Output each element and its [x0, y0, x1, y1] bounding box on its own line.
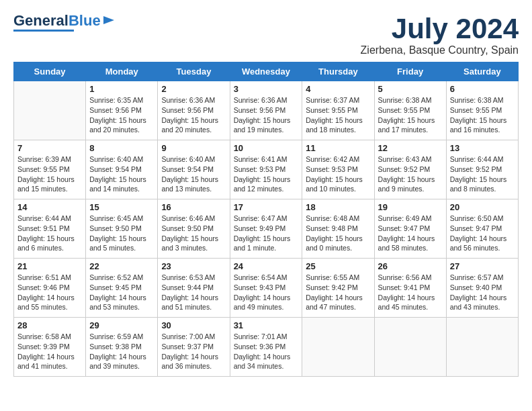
- calendar-cell: 29Sunrise: 6:59 AMSunset: 9:38 PMDayligh…: [86, 318, 158, 377]
- day-info: Sunrise: 6:40 AMSunset: 9:54 PMDaylight:…: [89, 154, 154, 194]
- calendar-cell: 30Sunrise: 7:00 AMSunset: 9:37 PMDayligh…: [158, 318, 230, 377]
- day-info: Sunrise: 6:44 AMSunset: 9:52 PMDaylight:…: [450, 154, 515, 194]
- day-number: 12: [378, 143, 443, 153]
- weekday-wednesday: Wednesday: [230, 62, 302, 81]
- calendar-cell: [14, 81, 86, 140]
- calendar-cell: 25Sunrise: 6:55 AMSunset: 9:42 PMDayligh…: [302, 259, 374, 318]
- calendar-table: SundayMondayTuesdayWednesdayThursdayFrid…: [13, 62, 519, 377]
- day-info: Sunrise: 6:56 AMSunset: 9:41 PMDaylight:…: [378, 273, 443, 312]
- day-info: Sunrise: 6:36 AMSunset: 9:56 PMDaylight:…: [234, 95, 299, 135]
- day-info: Sunrise: 6:38 AMSunset: 9:55 PMDaylight:…: [450, 95, 515, 135]
- calendar-cell: 28Sunrise: 6:58 AMSunset: 9:39 PMDayligh…: [14, 318, 86, 377]
- day-number: 20: [450, 202, 515, 212]
- day-number: 6: [450, 84, 515, 94]
- day-info: Sunrise: 6:47 AMSunset: 9:49 PMDaylight:…: [234, 214, 299, 253]
- calendar-cell: 17Sunrise: 6:47 AMSunset: 9:49 PMDayligh…: [230, 199, 302, 259]
- day-info: Sunrise: 6:38 AMSunset: 9:55 PMDaylight:…: [378, 95, 443, 135]
- day-number: 14: [17, 202, 82, 212]
- day-number: 10: [234, 143, 299, 153]
- day-number: 21: [17, 261, 82, 271]
- day-info: Sunrise: 6:55 AMSunset: 9:42 PMDaylight:…: [306, 273, 370, 312]
- location-subtitle: Zierbena, Basque Country, Spain: [361, 44, 519, 56]
- day-info: Sunrise: 6:36 AMSunset: 9:56 PMDaylight:…: [161, 95, 226, 135]
- calendar-cell: [374, 318, 446, 377]
- calendar-cell: 16Sunrise: 6:46 AMSunset: 9:50 PMDayligh…: [158, 199, 230, 259]
- day-info: Sunrise: 7:01 AMSunset: 9:36 PMDaylight:…: [234, 332, 299, 371]
- day-info: Sunrise: 6:57 AMSunset: 9:40 PMDaylight:…: [450, 273, 515, 312]
- day-info: Sunrise: 6:59 AMSunset: 9:38 PMDaylight:…: [89, 332, 154, 371]
- calendar-cell: 13Sunrise: 6:44 AMSunset: 9:52 PMDayligh…: [446, 140, 518, 199]
- day-number: 19: [378, 202, 443, 212]
- weekday-tuesday: Tuesday: [158, 62, 230, 81]
- day-info: Sunrise: 6:41 AMSunset: 9:53 PMDaylight:…: [234, 154, 299, 194]
- day-number: 1: [89, 84, 154, 94]
- calendar-cell: 27Sunrise: 6:57 AMSunset: 9:40 PMDayligh…: [446, 259, 518, 318]
- logo-underline: [13, 30, 74, 32]
- day-number: 5: [378, 84, 443, 94]
- day-number: 23: [161, 261, 226, 271]
- day-number: 31: [234, 320, 299, 330]
- day-number: 29: [89, 320, 154, 330]
- calendar-cell: 14Sunrise: 6:44 AMSunset: 9:51 PMDayligh…: [14, 199, 86, 259]
- day-number: 25: [306, 261, 370, 271]
- calendar-cell: 11Sunrise: 6:42 AMSunset: 9:53 PMDayligh…: [302, 140, 374, 199]
- day-number: 3: [234, 84, 299, 94]
- month-year-title: July 2024: [361, 13, 519, 44]
- day-info: Sunrise: 6:42 AMSunset: 9:53 PMDaylight:…: [306, 154, 370, 194]
- week-row-3: 14Sunrise: 6:44 AMSunset: 9:51 PMDayligh…: [14, 199, 519, 259]
- day-info: Sunrise: 6:35 AMSunset: 9:56 PMDaylight:…: [89, 95, 154, 135]
- day-number: 8: [89, 143, 154, 153]
- calendar-cell: 1Sunrise: 6:35 AMSunset: 9:56 PMDaylight…: [86, 81, 158, 140]
- day-number: 26: [378, 261, 443, 271]
- weekday-saturday: Saturday: [446, 62, 518, 81]
- weekday-friday: Friday: [374, 62, 446, 81]
- day-number: 18: [306, 202, 370, 212]
- day-info: Sunrise: 6:43 AMSunset: 9:52 PMDaylight:…: [378, 154, 443, 194]
- day-info: Sunrise: 6:44 AMSunset: 9:51 PMDaylight:…: [17, 214, 82, 253]
- calendar-cell: [302, 318, 374, 377]
- calendar-cell: 21Sunrise: 6:51 AMSunset: 9:46 PMDayligh…: [14, 259, 86, 318]
- day-number: 7: [17, 143, 82, 153]
- calendar-cell: 24Sunrise: 6:54 AMSunset: 9:43 PMDayligh…: [230, 259, 302, 318]
- day-number: 27: [450, 261, 515, 271]
- calendar-cell: 18Sunrise: 6:48 AMSunset: 9:48 PMDayligh…: [302, 199, 374, 259]
- svg-marker-0: [103, 16, 114, 24]
- calendar-cell: 4Sunrise: 6:37 AMSunset: 9:55 PMDaylight…: [302, 81, 374, 140]
- week-row-4: 21Sunrise: 6:51 AMSunset: 9:46 PMDayligh…: [14, 259, 519, 318]
- weekday-monday: Monday: [86, 62, 158, 81]
- day-number: 17: [234, 202, 299, 212]
- calendar-cell: 22Sunrise: 6:52 AMSunset: 9:45 PMDayligh…: [86, 259, 158, 318]
- day-info: Sunrise: 6:48 AMSunset: 9:48 PMDaylight:…: [306, 214, 370, 253]
- weekday-header-row: SundayMondayTuesdayWednesdayThursdayFrid…: [14, 62, 519, 81]
- day-number: 16: [161, 202, 226, 212]
- day-info: Sunrise: 6:51 AMSunset: 9:46 PMDaylight:…: [17, 273, 82, 312]
- day-info: Sunrise: 6:58 AMSunset: 9:39 PMDaylight:…: [17, 332, 82, 371]
- calendar-cell: 5Sunrise: 6:38 AMSunset: 9:55 PMDaylight…: [374, 81, 446, 140]
- day-info: Sunrise: 7:00 AMSunset: 9:37 PMDaylight:…: [161, 332, 226, 371]
- day-number: 30: [161, 320, 226, 330]
- day-info: Sunrise: 6:49 AMSunset: 9:47 PMDaylight:…: [378, 214, 443, 253]
- week-row-2: 7Sunrise: 6:39 AMSunset: 9:55 PMDaylight…: [14, 140, 519, 199]
- day-number: 9: [161, 143, 226, 153]
- logo-text: GeneralBlue: [13, 13, 101, 28]
- calendar-cell: 3Sunrise: 6:36 AMSunset: 9:56 PMDaylight…: [230, 81, 302, 140]
- calendar-cell: 9Sunrise: 6:40 AMSunset: 9:54 PMDaylight…: [158, 140, 230, 199]
- day-info: Sunrise: 6:52 AMSunset: 9:45 PMDaylight:…: [89, 273, 154, 312]
- calendar-cell: 23Sunrise: 6:53 AMSunset: 9:44 PMDayligh…: [158, 259, 230, 318]
- weekday-thursday: Thursday: [302, 62, 374, 81]
- day-number: 4: [306, 84, 370, 94]
- week-row-5: 28Sunrise: 6:58 AMSunset: 9:39 PMDayligh…: [14, 318, 519, 377]
- week-row-1: 1Sunrise: 6:35 AMSunset: 9:56 PMDaylight…: [14, 81, 519, 140]
- day-info: Sunrise: 6:53 AMSunset: 9:44 PMDaylight:…: [161, 273, 226, 312]
- calendar-cell: 2Sunrise: 6:36 AMSunset: 9:56 PMDaylight…: [158, 81, 230, 140]
- calendar-cell: 20Sunrise: 6:50 AMSunset: 9:47 PMDayligh…: [446, 199, 518, 259]
- day-info: Sunrise: 6:39 AMSunset: 9:55 PMDaylight:…: [17, 154, 82, 194]
- day-number: 11: [306, 143, 370, 153]
- calendar-cell: 31Sunrise: 7:01 AMSunset: 9:36 PMDayligh…: [230, 318, 302, 377]
- calendar-cell: 15Sunrise: 6:45 AMSunset: 9:50 PMDayligh…: [86, 199, 158, 259]
- calendar-cell: 6Sunrise: 6:38 AMSunset: 9:55 PMDaylight…: [446, 81, 518, 140]
- calendar-cell: 7Sunrise: 6:39 AMSunset: 9:55 PMDaylight…: [14, 140, 86, 199]
- day-number: 22: [89, 261, 154, 271]
- day-info: Sunrise: 6:54 AMSunset: 9:43 PMDaylight:…: [234, 273, 299, 312]
- calendar-cell: 12Sunrise: 6:43 AMSunset: 9:52 PMDayligh…: [374, 140, 446, 199]
